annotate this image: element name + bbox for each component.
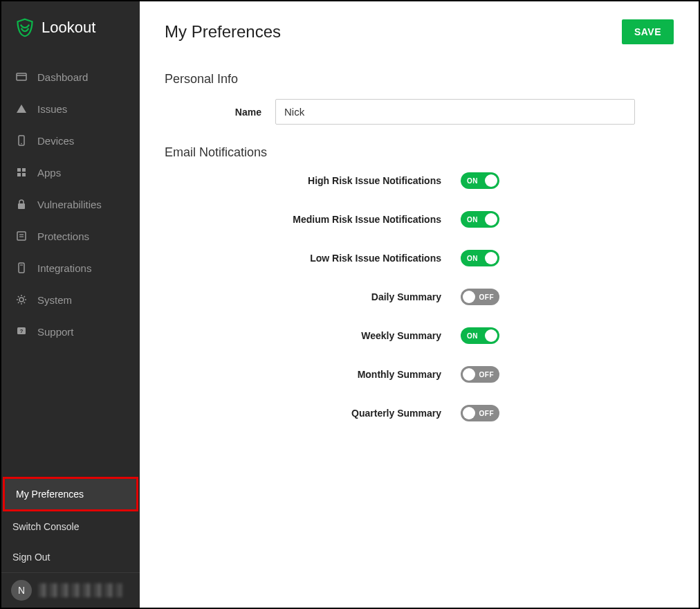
- toggle-knob: [463, 368, 475, 381]
- toggle-state-text: ON: [467, 255, 478, 262]
- sidebar-item-label: Devices: [37, 135, 74, 147]
- svg-rect-5: [22, 168, 26, 172]
- toggle-switch[interactable]: OFF: [461, 405, 499, 421]
- svg-line-22: [24, 296, 26, 298]
- svg-point-3: [21, 143, 22, 145]
- toggle-row: Weekly SummaryON: [165, 327, 674, 344]
- toggle-switch[interactable]: ON: [461, 250, 499, 266]
- section-title-email-notifications: Email Notifications: [165, 145, 674, 160]
- list-icon: [15, 230, 28, 242]
- toggle-row: Quarterly SummaryOFF: [165, 405, 674, 421]
- sidebar: Lookout Dashboard Issues Devices Apps: [1, 1, 140, 608]
- brand-text: Lookout: [42, 19, 95, 37]
- toggle-switch[interactable]: OFF: [461, 289, 499, 305]
- apps-icon: [15, 166, 28, 179]
- sidebar-item-devices[interactable]: Devices: [1, 125, 140, 156]
- personal-info-section: Personal Info Name: [165, 72, 674, 125]
- svg-rect-4: [17, 168, 21, 172]
- sidebar-item-label: System: [37, 294, 72, 306]
- toggle-label: Quarterly Summary: [165, 408, 441, 419]
- sidebar-item-label: Support: [37, 326, 74, 338]
- integration-icon: [15, 262, 28, 274]
- page-header: My Preferences SAVE: [165, 19, 674, 44]
- sidebar-item-apps[interactable]: Apps: [1, 156, 140, 188]
- sidebar-item-label: Issues: [37, 103, 67, 115]
- svg-line-20: [24, 302, 26, 304]
- toggle-switch[interactable]: ON: [461, 211, 499, 228]
- sidebar-item-label: My Preferences: [16, 489, 84, 500]
- svg-text:?: ?: [20, 328, 24, 334]
- sidebar-item-my-preferences[interactable]: My Preferences: [5, 479, 136, 509]
- toggle-knob: [463, 407, 475, 419]
- toggle-label: High Risk Issue Notifications: [165, 175, 441, 186]
- email-notifications-section: Email Notifications High Risk Issue Noti…: [165, 145, 674, 421]
- sidebar-item-protections[interactable]: Protections: [1, 220, 140, 252]
- gear-icon: [15, 293, 28, 306]
- svg-rect-7: [22, 173, 26, 176]
- toggle-state-text: ON: [467, 216, 478, 224]
- toggle-row: Daily SummaryOFF: [165, 289, 674, 305]
- toggle-state-text: OFF: [479, 371, 495, 379]
- user-row[interactable]: N: [1, 572, 140, 608]
- sidebar-item-system[interactable]: System: [1, 284, 140, 316]
- toggle-label: Low Risk Issue Notifications: [165, 253, 441, 264]
- toggle-row: Monthly SummaryOFF: [165, 366, 674, 383]
- device-icon: [15, 134, 28, 147]
- svg-rect-8: [18, 203, 25, 209]
- name-input[interactable]: [275, 99, 635, 125]
- sidebar-item-label: Apps: [37, 167, 61, 179]
- secondary-nav: My Preferences Switch Console Sign Out: [1, 477, 140, 572]
- toggle-switch[interactable]: ON: [461, 327, 499, 344]
- lock-icon: [15, 198, 28, 210]
- sidebar-item-switch-console[interactable]: Switch Console: [1, 511, 140, 542]
- toggle-label: Monthly Summary: [165, 369, 441, 380]
- sidebar-item-label: Integrations: [37, 262, 91, 274]
- avatar: N: [11, 580, 32, 601]
- toggle-state-text: ON: [467, 177, 478, 185]
- toggle-knob: [463, 291, 475, 303]
- warning-icon: [15, 102, 28, 115]
- sidebar-item-dashboard[interactable]: Dashboard: [1, 61, 140, 93]
- svg-rect-0: [17, 73, 26, 80]
- toggle-row: Medium Risk Issue NotificationsON: [165, 211, 674, 228]
- brand-logo: Lookout: [1, 1, 140, 51]
- toggle-state-text: OFF: [479, 293, 495, 301]
- sidebar-item-label: Sign Out: [12, 552, 50, 563]
- primary-nav: Dashboard Issues Devices Apps Vulnerabil…: [1, 51, 140, 347]
- sidebar-item-support[interactable]: ? Support: [1, 316, 140, 347]
- svg-point-14: [19, 298, 24, 302]
- sidebar-item-label: Vulnerabilities: [37, 199, 102, 210]
- save-button[interactable]: SAVE: [622, 19, 674, 44]
- toggle-knob: [485, 174, 497, 187]
- svg-rect-6: [17, 173, 21, 176]
- svg-rect-9: [17, 232, 26, 240]
- name-row: Name: [165, 99, 674, 125]
- dashboard-icon: [15, 71, 28, 83]
- page-title: My Preferences: [165, 22, 281, 42]
- toggle-row: Low Risk Issue NotificationsON: [165, 250, 674, 266]
- toggle-label: Medium Risk Issue Notifications: [165, 214, 441, 225]
- svg-line-19: [18, 296, 19, 298]
- sidebar-item-issues[interactable]: Issues: [1, 93, 140, 125]
- toggle-switch[interactable]: ON: [461, 172, 499, 189]
- highlighted-item: My Preferences: [3, 477, 138, 511]
- toggle-row: High Risk Issue NotificationsON: [165, 172, 674, 189]
- sidebar-item-vulnerabilities[interactable]: Vulnerabilities: [1, 188, 140, 220]
- sidebar-item-label: Protections: [37, 230, 89, 242]
- sidebar-item-integrations[interactable]: Integrations: [1, 252, 140, 284]
- toggle-knob: [485, 213, 497, 226]
- toggle-knob: [485, 329, 497, 342]
- svg-rect-12: [19, 263, 24, 273]
- toggle-state-text: OFF: [479, 410, 495, 417]
- toggle-label: Weekly Summary: [165, 330, 441, 341]
- name-label: Name: [165, 107, 261, 118]
- main-content: My Preferences SAVE Personal Info Name E…: [140, 1, 699, 608]
- toggle-state-text: ON: [467, 332, 478, 340]
- shield-icon: [15, 18, 35, 37]
- toggle-switch[interactable]: OFF: [461, 366, 499, 383]
- toggle-label: Daily Summary: [165, 291, 441, 302]
- user-name-redacted: [39, 583, 122, 597]
- sidebar-item-sign-out[interactable]: Sign Out: [1, 542, 140, 572]
- sidebar-item-label: Dashboard: [37, 71, 88, 83]
- support-icon: ?: [15, 325, 28, 338]
